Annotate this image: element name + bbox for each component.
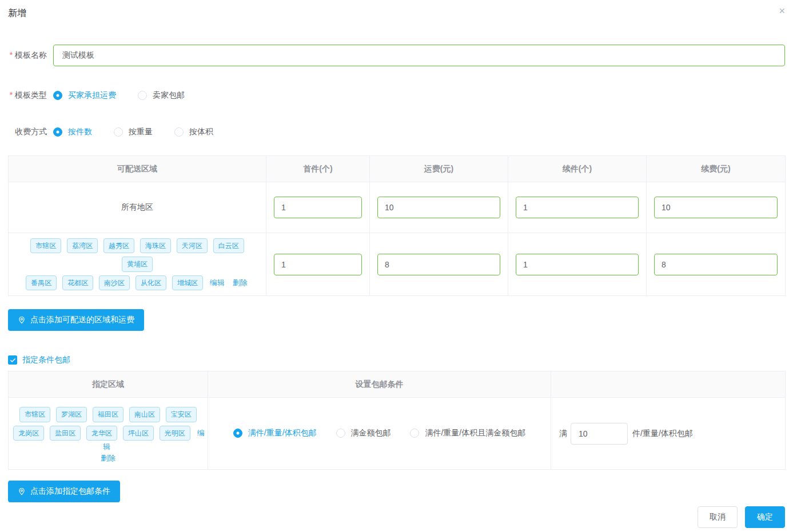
template-type-row: 模板类型 买家承担运费 卖家包邮 <box>8 90 785 101</box>
region-tag: 龙岗区 <box>13 426 44 441</box>
close-icon[interactable]: × <box>779 6 785 16</box>
region-tag: 荔湾区 <box>67 238 98 253</box>
first-fee-input-row1[interactable] <box>377 197 500 218</box>
col-header-first-qty: 首件(个) <box>266 156 370 182</box>
region-tag: 市辖区 <box>30 238 61 253</box>
first-qty-input-row2[interactable] <box>274 254 362 275</box>
radio-by-weight[interactable]: 按重量 <box>114 127 153 137</box>
template-type-label: 模板类型 <box>8 90 47 101</box>
next-qty-input-row1[interactable] <box>516 197 639 218</box>
region-tag: 南沙区 <box>99 275 130 290</box>
col-header-first-fee: 运费(元) <box>370 156 508 182</box>
region-tag: 盐田区 <box>50 426 81 441</box>
col-header-next-fee: 续费(元) <box>647 156 786 182</box>
radio-icon <box>53 127 62 137</box>
checkbox-checked-icon[interactable] <box>8 355 17 365</box>
radio-buyer-pays[interactable]: 买家承担运费 <box>53 90 116 101</box>
radio-icon <box>138 91 147 100</box>
table-row: 市辖区 罗湖区 福田区 南山区 宝安区 龙岗区 盐田区 龙华区 坪山区 光明区 … <box>9 398 786 470</box>
radio-by-piece[interactable]: 按件数 <box>53 127 92 137</box>
col-header-specified-region: 指定区域 <box>9 371 208 398</box>
radio-qty-and-amount[interactable]: 满件/重量/体积且满金额包邮 <box>410 428 525 438</box>
col-header-condition: 设置包邮条件 <box>208 371 551 398</box>
free-shipping-condition-table: 指定区域 设置包邮条件 市辖区 罗湖区 福田区 南山区 宝安区 龙岗区 <box>8 371 786 470</box>
region-tag: 光明区 <box>160 426 190 441</box>
region-tag: 宝安区 <box>166 407 197 422</box>
region-tag: 越秀区 <box>103 238 134 253</box>
next-fee-input-row2[interactable] <box>654 254 778 275</box>
next-qty-input-row2[interactable] <box>516 254 639 275</box>
first-qty-input-row1[interactable] <box>274 197 362 218</box>
page-title: 新增 <box>8 0 785 19</box>
region-tag: 番禺区 <box>26 275 57 290</box>
charge-method-label: 收费方式 <box>8 127 47 137</box>
dialog-footer: 取消 确定 <box>698 506 785 528</box>
cancel-button[interactable]: 取消 <box>698 506 738 528</box>
region-all-label: 所有地区 <box>9 182 266 233</box>
table-row: 市辖区 荔湾区 越秀区 海珠区 天河区 白云区 黄埔区 番禺区 花都区 南沙区 … <box>9 233 786 296</box>
next-fee-input-row1[interactable] <box>654 197 778 218</box>
radio-icon <box>410 429 419 438</box>
region-tag: 白云区 <box>213 238 244 253</box>
radio-icon <box>174 127 184 137</box>
first-fee-input-row2[interactable] <box>377 254 500 275</box>
region-tag: 南山区 <box>129 407 160 422</box>
region-tag: 增城区 <box>172 275 203 290</box>
region-tag: 龙华区 <box>86 426 117 441</box>
radio-amount[interactable]: 满金额包邮 <box>336 428 391 438</box>
region-tag: 市辖区 <box>19 407 50 422</box>
amount-prefix-label: 满 <box>559 429 567 439</box>
confirm-button[interactable]: 确定 <box>745 506 785 528</box>
region-tag: 花都区 <box>62 275 93 290</box>
region-tag: 福田区 <box>93 407 123 422</box>
free-shipping-toggle-label[interactable]: 指定条件包邮 <box>22 355 70 365</box>
region-tag: 坪山区 <box>123 426 154 441</box>
col-header-region: 可配送区域 <box>9 156 266 182</box>
col-header-empty <box>551 371 786 398</box>
region-tag: 海珠区 <box>140 238 171 253</box>
location-pin-icon <box>18 316 26 324</box>
free-shipping-toggle-row: 指定条件包邮 <box>8 355 785 365</box>
location-pin-icon <box>18 487 26 495</box>
delete-link[interactable]: 删除 <box>233 278 248 287</box>
radio-by-volume[interactable]: 按体积 <box>174 127 213 137</box>
threshold-input[interactable] <box>571 423 628 445</box>
edit-link[interactable]: 编辑 <box>210 278 225 287</box>
region-tag: 从化区 <box>136 275 166 290</box>
radio-icon <box>336 429 345 438</box>
delete-link[interactable]: 删除 <box>101 454 115 462</box>
radio-icon <box>53 91 62 100</box>
template-name-input[interactable] <box>53 45 785 66</box>
region-tag: 天河区 <box>177 238 208 253</box>
dialog: 新增 × 模板名称 模板类型 买家承担运费 卖家包邮 收费方式 按件数 <box>0 0 793 502</box>
radio-seller-free[interactable]: 卖家包邮 <box>138 90 185 101</box>
radio-icon <box>233 429 242 438</box>
template-name-row: 模板名称 <box>8 45 785 66</box>
amount-suffix-label: 件/重量/体积包邮 <box>632 429 693 439</box>
add-condition-button[interactable]: 点击添加指定包邮条件 <box>8 481 120 502</box>
col-header-next-qty: 续件(个) <box>508 156 647 182</box>
charge-method-row: 收费方式 按件数 按重量 按体积 <box>8 127 785 137</box>
radio-icon <box>114 127 123 137</box>
template-name-label: 模板名称 <box>8 50 47 61</box>
region-tag: 罗湖区 <box>56 407 87 422</box>
shipping-fee-table: 可配送区域 首件(个) 运费(元) 续件(个) 续费(元) 所有地区 市辖区 荔… <box>8 155 786 296</box>
radio-qty-weight-volume[interactable]: 满件/重量/体积包邮 <box>233 428 317 438</box>
add-region-fee-button[interactable]: 点击添加可配送的区域和运费 <box>8 309 144 331</box>
region-tag: 黄埔区 <box>122 257 153 271</box>
table-row: 所有地区 <box>9 182 786 233</box>
